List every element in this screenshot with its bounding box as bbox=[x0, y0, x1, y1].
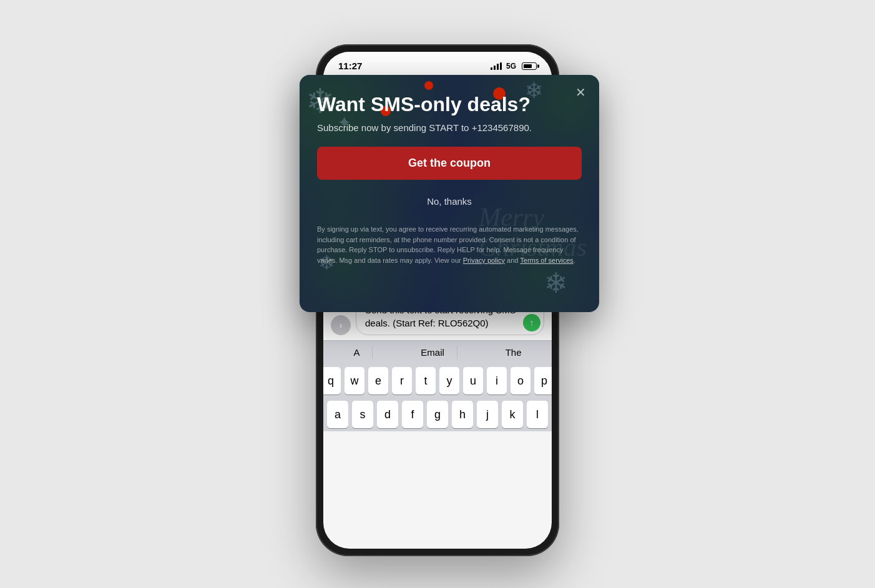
chevron-right-icon: › bbox=[340, 320, 343, 330]
send-arrow-icon: ↑ bbox=[530, 318, 534, 328]
key-f[interactable]: f bbox=[402, 401, 423, 428]
ornament-3 bbox=[424, 81, 433, 90]
key-k[interactable]: k bbox=[502, 401, 523, 428]
key-j[interactable]: j bbox=[477, 401, 498, 428]
key-q[interactable]: q bbox=[323, 367, 341, 394]
keyboard: q w e r t y u i o p a s d f g h j k l bbox=[323, 364, 552, 431]
get-coupon-button[interactable]: Get the coupon bbox=[317, 147, 582, 180]
sms-popup: ❄ ❄ ✦ ❄ ❄ MerryChristmas ✕ Want SMS-only… bbox=[300, 75, 599, 312]
legal-and: and bbox=[505, 257, 520, 264]
autocomplete-word-3[interactable]: The bbox=[493, 346, 534, 359]
status-bar: 11:27 5G bbox=[323, 52, 552, 75]
key-d[interactable]: d bbox=[377, 401, 398, 428]
popup-legal-text: By signing up via text, you agree to rec… bbox=[317, 224, 582, 265]
keyboard-row-1: q w e r t y u i o p bbox=[323, 364, 552, 398]
legal-end: . bbox=[574, 257, 575, 264]
key-l[interactable]: l bbox=[527, 401, 548, 428]
terms-of-service-link[interactable]: Terms of services bbox=[520, 257, 574, 264]
key-i[interactable]: i bbox=[487, 367, 507, 394]
no-thanks-button[interactable]: No, thanks bbox=[317, 190, 582, 213]
autocomplete-word-1[interactable]: A bbox=[341, 346, 373, 359]
popup-title: Want SMS-only deals? bbox=[317, 92, 582, 116]
key-p[interactable]: p bbox=[534, 367, 552, 394]
key-o[interactable]: o bbox=[511, 367, 530, 394]
send-button[interactable]: ↑ bbox=[523, 314, 540, 331]
autocomplete-word-2[interactable]: Email bbox=[408, 346, 457, 359]
keyboard-row-2: a s d f g h j k l bbox=[323, 398, 552, 431]
popup-subtitle: Subscribe now by sending START to +12345… bbox=[317, 122, 582, 133]
key-s[interactable]: s bbox=[352, 401, 373, 428]
key-g[interactable]: g bbox=[427, 401, 448, 428]
key-a[interactable]: a bbox=[327, 401, 348, 428]
status-icons: 5G bbox=[491, 62, 537, 71]
key-e[interactable]: e bbox=[368, 367, 388, 394]
key-t[interactable]: t bbox=[416, 367, 436, 394]
snowflake-5-icon: ❄ bbox=[544, 267, 568, 300]
key-h[interactable]: h bbox=[452, 401, 473, 428]
network-label: 5G bbox=[506, 62, 516, 71]
key-u[interactable]: u bbox=[463, 367, 483, 394]
popup-background: ❄ ❄ ✦ ❄ ❄ MerryChristmas ✕ Want SMS-only… bbox=[300, 75, 599, 312]
status-time: 11:27 bbox=[338, 61, 362, 71]
key-w[interactable]: w bbox=[345, 367, 364, 394]
close-button[interactable]: ✕ bbox=[572, 84, 589, 101]
autocomplete-bar: A Email The bbox=[323, 340, 552, 364]
privacy-policy-link[interactable]: Privacy policy bbox=[463, 257, 505, 264]
expand-button[interactable]: › bbox=[331, 315, 351, 335]
key-r[interactable]: r bbox=[392, 367, 412, 394]
battery-icon bbox=[522, 62, 537, 70]
key-y[interactable]: y bbox=[439, 367, 459, 394]
signal-bars-icon bbox=[491, 62, 502, 70]
